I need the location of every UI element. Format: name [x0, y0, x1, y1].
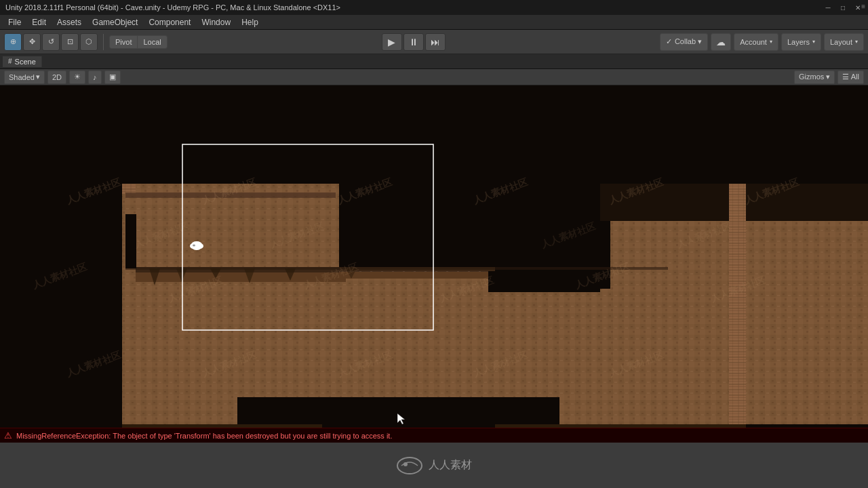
svg-point-82	[397, 458, 422, 474]
pivot-button[interactable]: Pivot	[110, 36, 138, 48]
menu-gameobject[interactable]: GameObject	[87, 16, 143, 28]
light-toggle-button[interactable]: ☀	[69, 70, 85, 84]
layout-label: Layout	[830, 38, 852, 46]
account-label: Account	[740, 38, 767, 46]
pivot-local-group: Pivot Local	[109, 35, 167, 49]
shaded-arrow-icon: ▾	[36, 73, 40, 81]
layers-chevron-icon: ▾	[812, 39, 815, 45]
window-controls[interactable]: ─ □ ✕	[823, 3, 863, 12]
maximize-button[interactable]: □	[838, 3, 848, 12]
menu-edit[interactable]: Edit	[26, 16, 52, 28]
menu-file[interactable]: File	[3, 16, 26, 28]
scene-tab-label: Scene	[15, 58, 36, 66]
play-button[interactable]: ▶	[382, 33, 402, 51]
bottom-panel: 人人素材	[0, 443, 868, 488]
svg-rect-42	[488, 397, 539, 428]
panel-collapse-button[interactable]: ≡	[861, 3, 865, 10]
error-icon: ⚠	[4, 430, 12, 441]
2d-toggle-button[interactable]: 2D	[47, 70, 66, 84]
window-title: Unity 2018.2.11f1 Personal (64bit) - Cav…	[5, 3, 823, 12]
transform-tools: ⊕ ✥ ↺ ⊡ ⬡	[4, 33, 98, 51]
collab-icon: ✓	[666, 37, 672, 46]
svg-point-83	[403, 462, 408, 466]
rect-tool-button[interactable]: ⬡	[80, 33, 98, 51]
svg-rect-40	[125, 267, 668, 270]
scene-tab-icon: #	[8, 58, 12, 65]
local-button[interactable]: Local	[138, 36, 166, 48]
shaded-label: Shaded	[9, 73, 35, 81]
hand-tool-button[interactable]: ⊕	[4, 33, 22, 51]
status-bar: ⚠ MissingReferenceException: The object …	[0, 428, 868, 443]
menu-assets[interactable]: Assets	[52, 16, 87, 28]
svg-rect-48	[322, 397, 495, 428]
layers-button[interactable]: Layers ▾	[781, 33, 821, 51]
bottom-watermark: 人人素材	[396, 455, 472, 476]
menu-window[interactable]: Window	[196, 16, 236, 28]
layers-label: Layers	[787, 38, 810, 46]
watermark-logo-icon	[396, 455, 423, 476]
main-toolbar: ⊕ ✥ ↺ ⊡ ⬡ Pivot Local ▶ ⏸ ⏭ ✓ Collab ▾ ☁…	[0, 30, 868, 54]
scene-toolbar-right: Gizmos ▾ ☰ All	[794, 70, 864, 84]
shaded-dropdown[interactable]: Shaded ▾	[4, 70, 45, 84]
effects-toggle-button[interactable]: ▣	[104, 70, 121, 84]
rotate-tool-button[interactable]: ↺	[42, 33, 60, 51]
scale-tool-button[interactable]: ⊡	[61, 33, 79, 51]
account-button[interactable]: Account ▾	[734, 33, 778, 51]
cave-tilemap: 人人素材社区 人人素材社区 人人素材社区 人人素材社区 人人素材社区 人人素材社…	[0, 85, 868, 428]
gizmos-label: Gizmos ▾	[799, 73, 830, 81]
menu-component[interactable]: Component	[143, 16, 196, 28]
account-chevron-icon: ▾	[770, 39, 772, 45]
menu-help[interactable]: Help	[236, 16, 264, 28]
layout-chevron-icon: ▾	[855, 39, 858, 45]
svg-rect-34	[339, 238, 488, 272]
audio-toggle-button[interactable]: ♪	[88, 70, 102, 84]
2d-label: 2D	[52, 73, 62, 81]
play-controls: ▶ ⏸ ⏭	[382, 33, 446, 51]
svg-rect-22	[122, 85, 868, 184]
svg-rect-43	[539, 397, 559, 428]
cloud-button[interactable]: ☁	[711, 33, 731, 51]
right-toolbar: ✓ Collab ▾ ☁ Account ▾ Layers ▾ Layout ▾	[660, 33, 864, 51]
layout-button[interactable]: Layout ▾	[824, 33, 864, 51]
error-message: MissingReferenceException: The object of…	[16, 432, 392, 440]
title-bar: Unity 2018.2.11f1 Personal (64bit) - Cav…	[0, 0, 868, 15]
collab-label: Collab ▾	[675, 37, 702, 46]
scene-tab-bar: # Scene ≡	[0, 54, 868, 69]
all-layers-label: ☰ All	[842, 73, 859, 81]
scene-tab[interactable]: # Scene	[3, 56, 42, 67]
pause-button[interactable]: ⏸	[403, 33, 424, 51]
watermark-text: 人人素材	[429, 458, 472, 472]
step-button[interactable]: ⏭	[425, 33, 446, 51]
collab-button[interactable]: ✓ Collab ▾	[660, 33, 708, 51]
menu-bar: File Edit Assets GameObject Component Wi…	[0, 15, 868, 30]
gizmos-button[interactable]: Gizmos ▾	[794, 70, 835, 84]
svg-rect-44	[729, 184, 746, 428]
svg-rect-41	[237, 397, 322, 428]
move-tool-button[interactable]: ✥	[23, 33, 41, 51]
separator-1	[103, 34, 104, 50]
scene-view[interactable]: 人人素材社区 人人素材社区 人人素材社区 人人素材社区 人人素材社区 人人素材社…	[0, 85, 868, 428]
svg-point-81	[193, 245, 195, 247]
all-layers-button[interactable]: ☰ All	[837, 70, 864, 84]
minimize-button[interactable]: ─	[823, 3, 833, 12]
scene-toolbar: Shaded ▾ 2D ☀ ♪ ▣ Gizmos ▾ ☰ All	[0, 69, 868, 85]
